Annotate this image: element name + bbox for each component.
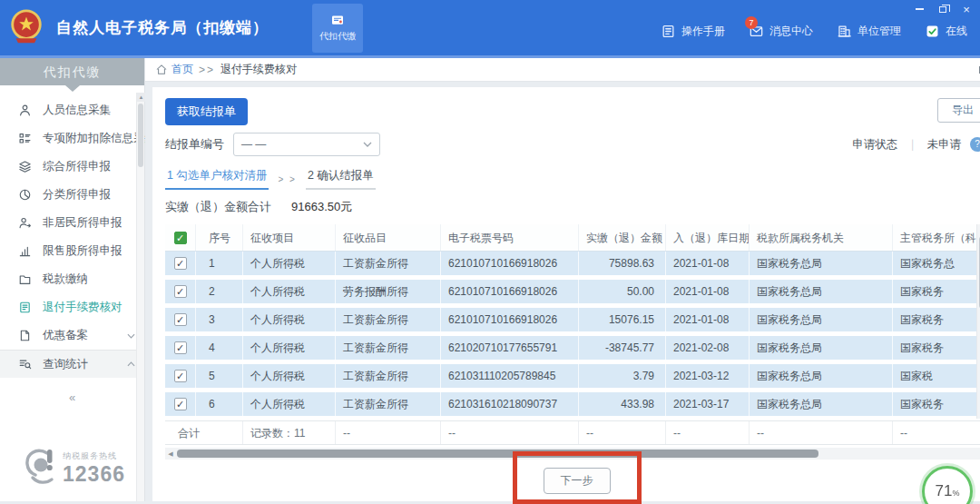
row-checkbox[interactable]: ✓: [174, 398, 187, 410]
help-icon[interactable]: ?: [970, 137, 980, 152]
horizontal-scrollbar[interactable]: ◀ ▶: [165, 448, 980, 460]
window-controls: ×: [913, 4, 973, 15]
breadcrumb-separator: >>: [199, 64, 215, 76]
row-checkbox-cell: ✓: [165, 252, 196, 275]
table-row[interactable]: ✓3个人所得税工资薪金所得62101071016691802615076.152…: [165, 308, 980, 331]
table-cell: 3: [196, 308, 243, 331]
table-cell: 2021-01-08: [666, 252, 750, 275]
next-step-button[interactable]: 下一步: [544, 468, 611, 494]
horizontal-scroll-thumb[interactable]: [177, 450, 818, 458]
step-tab-1[interactable]: 1 勾选单户核对清册: [165, 168, 269, 190]
footer-cell: 记录数：11: [243, 421, 336, 444]
table-cell: 621031610218090737: [441, 392, 579, 416]
row-checkbox[interactable]: ✓: [174, 313, 187, 326]
fetch-statement-button[interactable]: 获取结报单: [165, 98, 248, 125]
hotline-number: 12366: [63, 462, 125, 487]
sidebar-item-query-statistics[interactable]: 查询统计: [0, 350, 144, 378]
table-header-row: ✓ 序号征收项目征收品目电子税票号码实缴（退）金额入（退）库日期税款所属税务机关…: [165, 224, 980, 252]
table-row[interactable]: ✓2个人所得税劳务报酬所得62101071016691802650.002021…: [165, 280, 980, 303]
table-cell: 个人所得税: [243, 392, 336, 416]
row-checkbox[interactable]: ✓: [174, 341, 187, 354]
vertical-scrollbar[interactable]: ▲ ▼: [976, 224, 980, 419]
column-header[interactable]: 税款所属税务机关: [750, 224, 893, 251]
table-row[interactable]: ✓1个人所得税工资薪金所得62101071016691802675898.632…: [165, 252, 980, 275]
chevron-down-icon: [127, 333, 135, 339]
sidebar-item-label: 退付手续费核对: [43, 300, 122, 315]
table-cell: 国家税务: [893, 336, 980, 360]
tab-withholding-module[interactable]: 代扣代缴: [312, 4, 363, 53]
sidebar-item-comprehensive-income-declaration[interactable]: 综合所得申报: [0, 153, 144, 181]
table-cell: 621031110205789845: [441, 364, 579, 388]
sidebar-scrollbar[interactable]: ▲: [136, 93, 144, 501]
restore-icon[interactable]: [936, 4, 949, 15]
row-checkbox-cell: ✓: [165, 364, 196, 388]
page-icon: [18, 329, 33, 343]
breadcrumb-home[interactable]: 首页: [172, 62, 193, 77]
scroll-left-icon[interactable]: ◀: [165, 448, 176, 460]
minimize-icon[interactable]: [913, 4, 926, 15]
table-cell: 2021-03-17: [666, 392, 750, 416]
withholding-card-icon: [328, 13, 347, 27]
statement-number-value: — —: [241, 138, 266, 151]
column-header[interactable]: 实缴（退）金额: [579, 224, 666, 251]
toolbar-online-status[interactable]: 在线: [925, 24, 967, 39]
main-area: 首页 >> 退付手续费核对 × 获取结报单 导出 结报单编号 — —: [145, 58, 980, 501]
row-checkbox-cell: ✓: [165, 308, 196, 331]
sidebar-collapse-button[interactable]: «: [0, 390, 144, 404]
row-checkbox[interactable]: ✓: [174, 285, 187, 298]
footer-cell: --: [579, 421, 666, 444]
sidebar-item-nonresident-income-declaration[interactable]: 非居民所得申报: [0, 209, 144, 237]
table-row[interactable]: ✓5个人所得税工资薪金所得6210311102057898453.792021-…: [165, 364, 980, 388]
table-row[interactable]: ✓4个人所得税工资薪金所得621020710177655791-38745.77…: [165, 336, 980, 360]
select-all-checkbox[interactable]: ✓: [174, 232, 187, 244]
export-button[interactable]: 导出: [937, 98, 980, 123]
apply-status-label: 申请状态: [852, 137, 897, 153]
table-cell: 工资薪金所得: [336, 336, 441, 360]
table-cell: 2: [196, 280, 243, 303]
table-row[interactable]: ✓6个人所得税工资薪金所得621031610218090737433.98202…: [165, 392, 980, 416]
sidebar-item-preferential-filing[interactable]: 优惠备案: [0, 321, 144, 350]
column-header[interactable]: 主管税务所（科）: [893, 224, 980, 251]
footer-cell: --: [666, 421, 750, 444]
pie-icon: [18, 188, 33, 203]
table-cell: 2021-01-08: [666, 280, 750, 303]
scroll-up-icon[interactable]: ▲: [137, 93, 145, 102]
bar-chart-icon: [18, 244, 33, 259]
sidebar-item-tax-payment[interactable]: 税款缴纳: [0, 265, 144, 293]
table-cell: 2021-01-08: [666, 308, 750, 331]
close-icon[interactable]: ×: [960, 4, 973, 15]
column-header[interactable]: 电子税票号码: [441, 224, 579, 251]
table-cell: -38745.77: [579, 336, 666, 360]
table-cell: 国家税务总局: [750, 392, 893, 416]
sidebar-item-person-info-collection[interactable]: 人员信息采集: [0, 96, 144, 124]
table-cell: 2021-03-12: [666, 364, 750, 388]
sidebar-item-refund-fee-check[interactable]: 退付手续费核对: [0, 293, 144, 321]
footer-cell: --: [750, 421, 893, 444]
toolbar-unit-management[interactable]: 单位管理: [837, 24, 901, 39]
row-checkbox[interactable]: ✓: [174, 257, 187, 270]
sidebar-item-restricted-shares-declaration[interactable]: 限售股所得申报: [0, 237, 144, 265]
step-tab-2[interactable]: 2 确认结报单: [306, 168, 376, 190]
footer-cell: --: [336, 421, 441, 444]
app-title: 自然人电子税务局（扣缴端）: [56, 17, 269, 38]
toolbar-label: 操作手册: [681, 24, 725, 39]
row-checkbox-cell: ✓: [165, 336, 196, 360]
toolbar-message-center[interactable]: 7消息中心: [749, 24, 813, 39]
header-tab-label: 代扣代缴: [319, 30, 356, 43]
row-checkbox[interactable]: ✓: [174, 370, 187, 382]
table-cell: 个人所得税: [243, 364, 336, 388]
sidebar-item-special-deduction-collection[interactable]: 专项附加扣除信息采集: [0, 124, 144, 153]
home-icon: [156, 64, 167, 74]
toolbar-operation-manual[interactable]: 操作手册: [661, 24, 725, 39]
statement-number-select[interactable]: — —: [233, 133, 380, 156]
table-cell: 国家税: [893, 364, 980, 388]
sidebar-item-label: 综合所得申报: [43, 159, 111, 174]
table-cell: 国家税务总局: [750, 336, 893, 360]
column-header[interactable]: 征收项目: [243, 224, 336, 251]
column-header[interactable]: 征收品目: [336, 224, 441, 251]
column-header[interactable]: 入（退）库日期: [666, 224, 750, 251]
table-cell: 621010710166918026: [441, 280, 579, 303]
sidebar-item-classified-income-declaration[interactable]: 分类所得申报: [0, 181, 144, 209]
column-header[interactable]: 序号: [196, 224, 243, 251]
table-cell: 个人所得税: [243, 336, 336, 360]
